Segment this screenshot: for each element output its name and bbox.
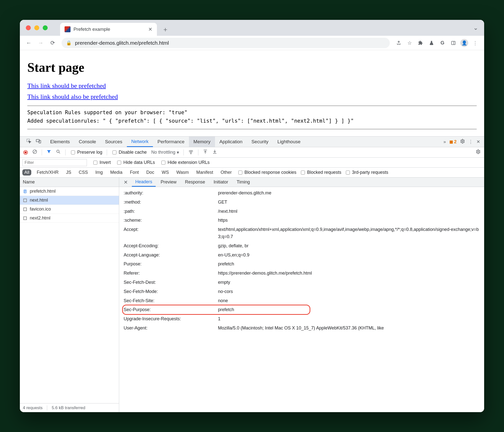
type-filter-font[interactable]: Font (128, 169, 141, 176)
svg-point-8 (57, 150, 59, 152)
side-panel-button[interactable] (448, 38, 458, 48)
network-summary: 4 requests 5.6 kB transferred (20, 403, 119, 412)
maximize-window-button[interactable] (43, 25, 48, 30)
type-filter-img[interactable]: Img (93, 169, 105, 176)
extensions-button[interactable] (416, 38, 426, 48)
close-detail-button[interactable]: ✕ (121, 179, 130, 185)
tab-elements[interactable]: Elements (46, 137, 74, 147)
avatar-icon: 👤 (460, 39, 468, 47)
devtools-panel: Elements Console Sources Network Perform… (20, 136, 484, 412)
filter-toggle-button[interactable] (46, 149, 51, 155)
record-button[interactable] (23, 150, 28, 155)
filter-input[interactable] (22, 159, 87, 166)
request-name: next2.html (30, 216, 50, 221)
type-filter-media[interactable]: Media (108, 169, 124, 176)
bookmark-button[interactable]: ☆ (405, 38, 415, 48)
detail-tab-timing[interactable]: Timing (233, 178, 253, 187)
tab-performance[interactable]: Performance (153, 137, 189, 147)
forward-button[interactable]: → (36, 38, 46, 48)
type-filter-other[interactable]: Other (219, 169, 234, 176)
minimize-window-button[interactable] (34, 25, 39, 30)
detail-tab-initiator[interactable]: Initiator (210, 178, 232, 187)
header-value: en-US,en;q=0.9 (218, 252, 482, 259)
header-row: Accept:text/html,application/xhtml+xml,a… (121, 225, 484, 241)
devtools-close-button[interactable]: ✕ (476, 139, 480, 144)
labs-button[interactable] (427, 38, 436, 48)
header-key: Sec-Purpose: (124, 306, 218, 313)
preserve-log-checkbox[interactable]: Preserve log (70, 150, 102, 155)
devtools-menu-button[interactable]: ⋮ (468, 139, 473, 144)
request-row[interactable]: prefetch.html (20, 187, 119, 196)
clear-button[interactable] (32, 149, 37, 155)
prefetch-link-2[interactable]: This link should also be prefetched (27, 93, 118, 100)
tab-memory[interactable]: Memory (189, 137, 215, 147)
network-conditions-button[interactable] (188, 149, 194, 156)
tab-console[interactable]: Console (74, 137, 101, 147)
svg-line-7 (34, 150, 36, 153)
address-bar[interactable]: 🔒 prerender-demos.glitch.me/prefetch.htm… (62, 38, 390, 48)
third-party-checkbox[interactable]: 3rd-party requests (345, 170, 388, 175)
header-key: Accept-Encoding: (124, 242, 218, 250)
request-row[interactable]: favicon.ico (20, 205, 119, 214)
request-row[interactable]: next2.html (20, 214, 119, 223)
profile-button[interactable]: 👤 (459, 38, 469, 48)
type-filter-wasm[interactable]: Wasm (174, 169, 191, 176)
type-filter-all[interactable]: All (22, 169, 31, 176)
request-list-header: Name (20, 178, 119, 187)
type-filter-ws[interactable]: WS (160, 169, 171, 176)
disable-cache-checkbox[interactable]: Disable cache (111, 150, 147, 155)
devtools-settings-button[interactable] (460, 139, 465, 145)
more-tabs-button[interactable]: » (443, 139, 446, 144)
summary-count: 4 requests (23, 405, 42, 410)
blocked-cookies-checkbox[interactable]: Blocked response cookies (237, 170, 296, 175)
header-key: :method: (124, 199, 218, 206)
header-row: :scheme:https (121, 216, 484, 225)
browser-toolbar: ← → ⟳ 🔒 prerender-demos.glitch.me/prefet… (20, 36, 484, 50)
browser-tab[interactable]: Prefetch example ✕ (60, 23, 157, 36)
detail-tab-preview[interactable]: Preview (157, 178, 180, 187)
type-filter-fetch[interactable]: Fetch/XHR (35, 169, 61, 176)
warnings-badge[interactable]: ◼ 2 (449, 139, 457, 144)
header-value: prefetch (218, 260, 482, 268)
new-tab-button[interactable]: ＋ (160, 24, 170, 34)
throttling-select[interactable]: No throttling ▾ (151, 150, 179, 155)
dropdown-icon: ▾ (177, 150, 179, 155)
tab-application[interactable]: Application (215, 137, 247, 147)
tab-title: Prefetch example (73, 27, 110, 32)
hide-extension-urls-checkbox[interactable]: Hide extension URLs (160, 160, 210, 165)
browser-menu-button[interactable]: ⋮ (470, 38, 480, 48)
tab-security[interactable]: Security (247, 137, 273, 147)
prefetch-link-1[interactable]: This link should be prefetched (27, 82, 106, 89)
search-button[interactable] (56, 149, 61, 155)
tab-lighthouse[interactable]: Lighthouse (273, 137, 305, 147)
type-filter-css[interactable]: CSS (77, 169, 90, 176)
header-row: Sec-Fetch-Dest:empty (121, 278, 484, 287)
inspect-element-button[interactable] (26, 139, 32, 145)
tab-strip: Prefetch example ✕ ＋ ⌄ (20, 20, 484, 36)
device-toolbar-button[interactable] (36, 139, 41, 145)
tab-sources[interactable]: Sources (101, 137, 127, 147)
reload-button[interactable]: ⟳ (48, 38, 58, 48)
detail-tab-response[interactable]: Response (181, 178, 209, 187)
type-filter-manifest[interactable]: Manifest (194, 169, 215, 176)
network-filter-row: Invert Hide data URLs Hide extension URL… (20, 158, 484, 168)
network-settings-button[interactable] (476, 149, 481, 155)
tab-network[interactable]: Network (127, 137, 153, 147)
export-har-button[interactable] (203, 149, 208, 155)
detail-tab-headers[interactable]: Headers (132, 178, 156, 187)
type-filter-js[interactable]: JS (64, 169, 73, 176)
back-button[interactable]: ← (24, 38, 34, 48)
share-button[interactable] (394, 38, 404, 48)
import-har-button[interactable] (212, 149, 217, 155)
close-tab-button[interactable]: ✕ (148, 26, 152, 32)
invert-checkbox[interactable]: Invert (92, 160, 111, 165)
hide-data-urls-checkbox[interactable]: Hide data URLs (116, 160, 155, 165)
close-window-button[interactable] (26, 25, 31, 30)
type-filter-doc[interactable]: Doc (144, 169, 156, 176)
blocked-requests-checkbox[interactable]: Blocked requests (300, 170, 341, 175)
network-type-filters: All Fetch/XHR JS CSS Img Media Font Doc … (20, 168, 484, 178)
tabs-overflow-button[interactable]: ⌄ (473, 24, 478, 31)
google-apps-button[interactable]: G (437, 38, 447, 48)
request-row[interactable]: next.html (20, 196, 119, 205)
header-value: gzip, deflate, br (218, 242, 482, 250)
